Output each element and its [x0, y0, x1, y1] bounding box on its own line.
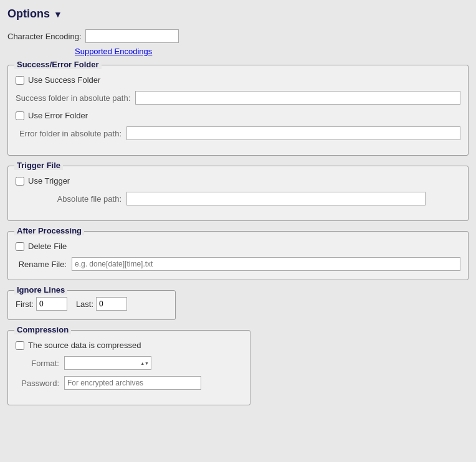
format-select-wrapper: ZIP GZIP BZIP2 TAR: [64, 356, 151, 370]
abs-file-path-row: Absolute file path:: [16, 192, 460, 205]
delete-file-label: Delete File: [28, 242, 67, 251]
char-encoding-label: Character Encoding:: [7, 32, 82, 41]
trigger-file-group: Trigger File Use Trigger Absolute file p…: [7, 166, 469, 221]
delete-file-row: Delete File: [16, 242, 460, 251]
error-path-row: Error folder in absolute path:: [16, 126, 460, 140]
abs-file-path-input[interactable]: [126, 192, 426, 205]
after-processing-legend: After Processing: [14, 226, 84, 235]
source-compressed-checkbox[interactable]: [16, 341, 24, 350]
ignore-last-field: Last:: [76, 297, 127, 311]
ignore-first-label: First:: [16, 299, 34, 309]
supported-encodings-text: Supported Encodings: [75, 47, 152, 56]
format-select[interactable]: ZIP GZIP BZIP2 TAR: [64, 356, 151, 370]
rename-file-row: Rename File:: [16, 257, 460, 271]
success-path-label: Success folder in absolute path:: [16, 93, 130, 103]
compression-group: Compression The source data is compresse…: [7, 330, 250, 405]
use-success-checkbox[interactable]: [16, 76, 24, 85]
use-error-row: Use Error Folder: [16, 111, 460, 120]
rename-file-label: Rename File:: [16, 260, 67, 269]
success-path-row: Success folder in absolute path:: [16, 91, 460, 105]
source-compressed-row: The source data is compressed: [16, 341, 242, 350]
compression-legend: Compression: [14, 325, 71, 334]
ignore-first-input[interactable]: [36, 297, 67, 311]
error-path-label: Error folder in absolute path:: [16, 129, 121, 138]
use-success-row: Use Success Folder: [16, 75, 460, 85]
format-label: Format:: [16, 359, 59, 368]
ignore-lines-group: Ignore Lines First: Last:: [7, 290, 176, 320]
format-row: Format: ZIP GZIP BZIP2 TAR: [16, 356, 242, 370]
delete-file-checkbox[interactable]: [16, 242, 24, 251]
success-error-folder-group: Success/Error Folder Use Success Folder …: [7, 65, 469, 156]
rename-file-input[interactable]: [72, 257, 460, 271]
success-error-legend: Success/Error Folder: [14, 60, 102, 69]
ignore-lines-inner: First: Last:: [16, 297, 168, 311]
use-error-label: Use Error Folder: [28, 111, 88, 120]
trigger-file-legend: Trigger File: [14, 161, 63, 170]
password-label: Password:: [16, 379, 59, 388]
use-trigger-checkbox[interactable]: [16, 177, 24, 186]
use-trigger-label: Use Trigger: [28, 176, 70, 186]
abs-file-path-label: Absolute file path:: [16, 194, 121, 204]
ignore-last-input[interactable]: [96, 297, 127, 311]
char-encoding-row: Character Encoding:: [7, 29, 469, 43]
after-processing-group: After Processing Delete File Rename File…: [7, 231, 469, 280]
ignore-lines-legend: Ignore Lines: [14, 285, 67, 295]
error-path-input[interactable]: [126, 126, 460, 140]
password-input[interactable]: [64, 376, 201, 390]
source-compressed-label: The source data is compressed: [28, 341, 141, 350]
use-success-label: Use Success Folder: [28, 75, 100, 85]
ignore-first-field: First:: [16, 297, 67, 311]
title-text: Options: [7, 7, 50, 21]
success-path-input[interactable]: [135, 91, 460, 105]
use-trigger-row: Use Trigger: [16, 176, 460, 186]
page-title: Options ▼: [7, 7, 469, 21]
char-encoding-input[interactable]: [85, 29, 179, 43]
use-error-checkbox[interactable]: [16, 111, 24, 120]
options-dropdown-icon[interactable]: ▼: [54, 9, 62, 19]
password-row: Password:: [16, 376, 242, 390]
supported-encodings-link[interactable]: Supported Encodings: [75, 47, 469, 56]
ignore-last-label: Last:: [76, 299, 93, 309]
